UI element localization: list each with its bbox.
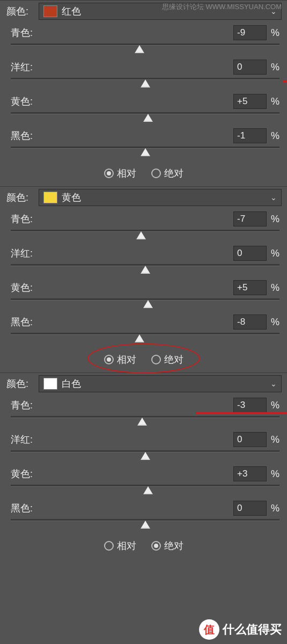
radio-icon bbox=[151, 355, 161, 364]
chevron-down-icon: ⌄ bbox=[270, 193, 277, 202]
absolute-radio[interactable]: 绝对 bbox=[151, 167, 183, 180]
magenta-input[interactable] bbox=[233, 246, 267, 261]
color-dropdown-yellow[interactable]: 黄色 ⌄ bbox=[39, 189, 282, 206]
yellow-input[interactable] bbox=[233, 94, 267, 109]
percent-label: % bbox=[271, 62, 279, 73]
color-swatch bbox=[43, 378, 57, 390]
radio-icon bbox=[104, 169, 114, 178]
percent-label: % bbox=[271, 130, 279, 142]
relative-label: 相对 bbox=[117, 353, 136, 366]
magenta-slider[interactable] bbox=[11, 77, 279, 90]
cyan-label: 青色: bbox=[11, 213, 33, 225]
color-swatch bbox=[43, 192, 57, 203]
color-name: 黄色 bbox=[62, 191, 81, 204]
relative-label: 相对 bbox=[117, 167, 136, 180]
magenta-label: 洋红: bbox=[11, 61, 33, 74]
percent-label: % bbox=[271, 317, 279, 328]
absolute-label: 绝对 bbox=[164, 353, 183, 366]
watermark-logo-icon: 值 bbox=[199, 619, 219, 640]
cyan-slider[interactable] bbox=[11, 42, 279, 55]
mode-radio-group: 相对 绝对 bbox=[0, 162, 287, 186]
color-label: 颜色: bbox=[6, 191, 39, 204]
percent-label: % bbox=[271, 96, 279, 107]
cyan-label: 青色: bbox=[11, 399, 33, 412]
color-section-red: 颜色: 红色 ⌄ 青色: % 洋红: % bbox=[0, 0, 287, 186]
absolute-radio[interactable]: 绝对 bbox=[151, 539, 183, 552]
relative-radio[interactable]: 相对 bbox=[104, 353, 136, 366]
absolute-label: 绝对 bbox=[164, 167, 183, 180]
mode-radio-group: 相对 绝对 bbox=[0, 348, 287, 372]
percent-label: % bbox=[271, 27, 279, 39]
magenta-slider[interactable] bbox=[11, 449, 279, 462]
yellow-slider[interactable] bbox=[11, 484, 279, 496]
yellow-slider[interactable] bbox=[11, 111, 279, 124]
black-slider[interactable] bbox=[11, 332, 279, 345]
color-label: 颜色: bbox=[6, 5, 39, 18]
watermark-bottom: 值 什么值得买 bbox=[199, 619, 282, 640]
percent-label: % bbox=[271, 282, 279, 294]
magenta-label: 洋红: bbox=[11, 433, 33, 446]
relative-radio[interactable]: 相对 bbox=[104, 539, 136, 552]
watermark-top: 思缘设计论坛 WWW.MISSYUAN.COM bbox=[162, 2, 282, 12]
black-input[interactable] bbox=[233, 128, 267, 143]
cyan-slider[interactable] bbox=[11, 415, 279, 428]
relative-radio[interactable]: 相对 bbox=[104, 167, 136, 180]
magenta-input[interactable] bbox=[233, 60, 267, 75]
absolute-label: 绝对 bbox=[164, 539, 183, 552]
yellow-label: 黄色: bbox=[11, 281, 33, 294]
percent-label: % bbox=[271, 434, 279, 445]
percent-label: % bbox=[271, 400, 279, 411]
cyan-input[interactable] bbox=[233, 211, 267, 226]
cyan-slider[interactable] bbox=[11, 229, 279, 241]
color-name: 红色 bbox=[62, 5, 81, 18]
black-label: 黑色: bbox=[11, 502, 33, 515]
yellow-input[interactable] bbox=[233, 280, 267, 295]
annotation-line bbox=[196, 412, 287, 414]
absolute-radio[interactable]: 绝对 bbox=[151, 353, 183, 366]
percent-label: % bbox=[271, 503, 279, 514]
chevron-down-icon: ⌄ bbox=[270, 379, 277, 388]
yellow-slider[interactable] bbox=[11, 297, 279, 310]
black-slider[interactable] bbox=[11, 145, 279, 158]
black-label: 黑色: bbox=[11, 316, 33, 328]
color-label: 颜色: bbox=[6, 377, 39, 390]
black-input[interactable] bbox=[233, 501, 267, 516]
yellow-label: 黄色: bbox=[11, 95, 33, 108]
color-name: 白色 bbox=[62, 377, 81, 390]
annotation-line bbox=[283, 80, 287, 82]
magenta-input[interactable] bbox=[233, 432, 267, 447]
relative-label: 相对 bbox=[117, 539, 136, 552]
percent-label: % bbox=[271, 214, 279, 225]
black-slider[interactable] bbox=[11, 518, 279, 531]
radio-icon bbox=[151, 169, 161, 178]
black-label: 黑色: bbox=[11, 129, 33, 142]
percent-label: % bbox=[271, 469, 279, 480]
color-dropdown-white[interactable]: 白色 ⌄ bbox=[39, 375, 282, 392]
black-input[interactable] bbox=[233, 314, 267, 330]
cyan-input[interactable] bbox=[233, 25, 267, 40]
radio-icon bbox=[104, 541, 114, 551]
magenta-slider[interactable] bbox=[11, 263, 279, 276]
watermark-text: 什么值得买 bbox=[223, 621, 282, 638]
mode-radio-group: 相对 绝对 bbox=[0, 534, 287, 559]
radio-icon bbox=[104, 355, 114, 364]
cyan-input[interactable] bbox=[233, 398, 267, 413]
yellow-label: 黄色: bbox=[11, 467, 33, 480]
color-section-yellow: 颜色: 黄色 ⌄ 青色: % 洋红: % bbox=[0, 186, 287, 372]
yellow-input[interactable] bbox=[233, 466, 267, 481]
magenta-label: 洋红: bbox=[11, 247, 33, 260]
cyan-label: 青色: bbox=[11, 26, 33, 39]
color-section-white: 颜色: 白色 ⌄ 青色: % 洋红: % bbox=[0, 372, 287, 559]
percent-label: % bbox=[271, 248, 279, 259]
color-swatch bbox=[43, 5, 57, 17]
radio-icon bbox=[151, 541, 161, 551]
